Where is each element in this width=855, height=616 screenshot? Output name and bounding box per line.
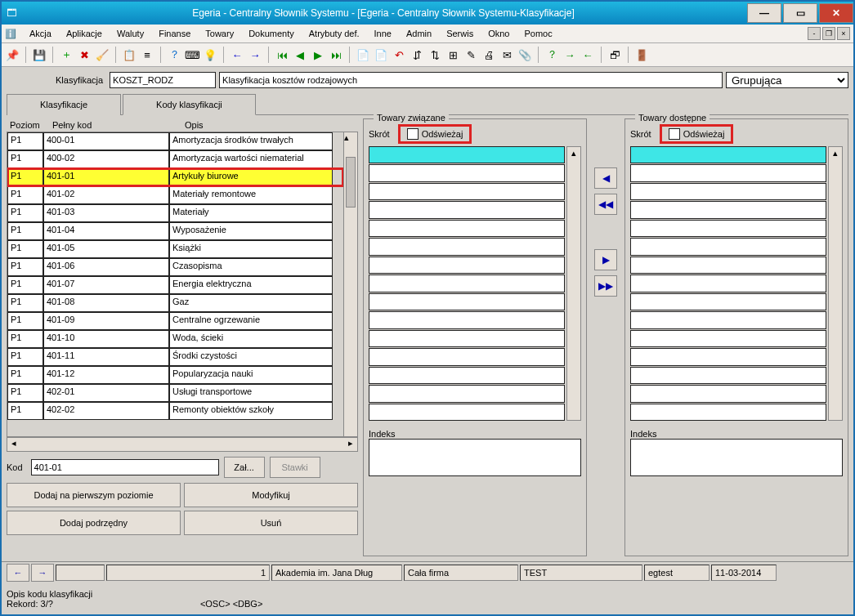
query-icon[interactable]: ？ xyxy=(544,47,559,62)
doc-icon[interactable]: 📄 xyxy=(356,47,370,62)
list-item[interactable] xyxy=(369,164,565,181)
updown-icon[interactable]: ⇵ xyxy=(410,47,424,62)
scroll-left-icon[interactable]: ◂ xyxy=(7,438,20,451)
list-item[interactable] xyxy=(369,348,565,365)
tree-icon[interactable]: ⊞ xyxy=(445,47,460,62)
zal-button[interactable]: Zał... xyxy=(224,457,265,478)
copy-icon[interactable]: 📋 xyxy=(122,47,137,62)
klasyfikacja-desc-field[interactable]: Klasyfikacja kosztów rodzajowych xyxy=(219,72,723,88)
kod-field[interactable]: 401-01 xyxy=(31,459,219,475)
list-item[interactable] xyxy=(369,311,565,328)
table-row[interactable]: P1402-01Usługi transportowe xyxy=(7,384,343,402)
scroll-right-icon[interactable]: ▸ xyxy=(344,438,357,451)
list-item[interactable] xyxy=(630,293,826,310)
keys-icon[interactable]: ⌨ xyxy=(185,47,199,62)
table-row[interactable]: P1400-02Amortyzacja wartości niematerial xyxy=(7,150,343,168)
list-item[interactable] xyxy=(630,220,826,237)
table-row[interactable]: P1401-09Centralne ogrzewanie xyxy=(7,312,343,330)
list-item[interactable] xyxy=(630,348,826,365)
last-icon[interactable]: ⏭ xyxy=(329,47,343,62)
attach-icon[interactable]: 📎 xyxy=(517,47,532,62)
save-icon[interactable]: 💾 xyxy=(32,47,47,62)
help-icon[interactable]: ？ xyxy=(167,47,181,62)
list-item[interactable] xyxy=(630,404,826,421)
menu-aplikacje[interactable]: Aplikacje xyxy=(60,26,109,41)
menu-dokumenty[interactable]: Dokumenty xyxy=(242,26,301,41)
dodaj-pierwszy-button[interactable]: Dodaj na pierwszym poziomie xyxy=(7,483,181,507)
list-item[interactable] xyxy=(369,367,565,384)
list-item[interactable] xyxy=(630,311,826,328)
table-row[interactable]: P1401-10Woda, ścieki xyxy=(7,330,343,348)
mdi-minimize-button[interactable]: - xyxy=(808,27,821,40)
next-icon[interactable]: ▶ xyxy=(311,47,325,62)
list-item[interactable] xyxy=(369,330,565,347)
menu-atrybuty[interactable]: Atrybuty def. xyxy=(302,26,366,41)
table-row[interactable]: P1401-03Materiały xyxy=(7,204,343,222)
menu-towary[interactable]: Towary xyxy=(199,26,240,41)
move-all-right-button[interactable]: ▶▶ xyxy=(594,275,617,297)
move-right-button[interactable]: ▶ xyxy=(594,249,617,270)
move-left-button[interactable]: ◀ xyxy=(594,167,617,189)
indeks-field-right[interactable] xyxy=(630,439,843,476)
scroll-thumb[interactable] xyxy=(346,157,356,208)
list-item[interactable] xyxy=(369,146,565,163)
list-item[interactable] xyxy=(369,293,565,310)
move-all-left-button[interactable]: ◀◀ xyxy=(594,194,617,215)
list-item[interactable] xyxy=(369,385,565,402)
usun-button[interactable]: Usuń xyxy=(184,511,358,535)
minimize-button[interactable]: — xyxy=(747,3,781,23)
tab-kody-klasyfikacji[interactable]: Kody klasyfikacji xyxy=(123,94,256,115)
table-row[interactable]: P1401-12Popularyzacja nauki xyxy=(7,366,343,384)
list-item[interactable] xyxy=(369,238,565,255)
sort-icon[interactable]: ⇅ xyxy=(428,47,442,62)
menu-finanse[interactable]: Finanse xyxy=(152,26,197,41)
exit-icon[interactable]: 🚪 xyxy=(634,47,649,62)
list-item[interactable] xyxy=(369,275,565,292)
nav-prev-button[interactable]: ← xyxy=(7,564,29,582)
mail-icon[interactable]: ✉ xyxy=(499,47,514,62)
scroll-up-icon[interactable]: ▴ xyxy=(567,147,580,160)
arrow-left-icon[interactable]: ← xyxy=(230,47,244,62)
list-item[interactable] xyxy=(630,330,826,347)
tab-klasyfikacje[interactable]: Klasyfikacje xyxy=(7,94,121,115)
list-zwiazane-scroll[interactable]: ▴ xyxy=(566,146,581,421)
grid-vscroll[interactable]: ▴ xyxy=(343,132,357,436)
list-item[interactable] xyxy=(630,385,826,402)
list-item[interactable] xyxy=(630,146,826,163)
menu-inne[interactable]: Inne xyxy=(368,26,398,41)
table-row[interactable]: P1401-05Książki xyxy=(7,240,343,258)
scroll-up-icon[interactable]: ▴ xyxy=(344,132,357,143)
close-button[interactable]: ✕ xyxy=(819,3,853,23)
table-row[interactable]: P1401-06Czasopisma xyxy=(7,258,343,276)
list-zwiazane[interactable] xyxy=(369,146,565,421)
mdi-close-button[interactable]: × xyxy=(837,27,850,40)
menu-serwis[interactable]: Serwis xyxy=(440,26,480,41)
tip-icon[interactable]: 💡 xyxy=(203,47,217,62)
mdi-restore-button[interactable]: ❐ xyxy=(822,27,835,40)
nav-next-button[interactable]: → xyxy=(31,564,54,582)
list-dostepne[interactable] xyxy=(630,146,826,421)
windows-icon[interactable]: 🗗 xyxy=(607,47,622,62)
maximize-button[interactable]: ▭ xyxy=(783,3,817,23)
grid-body[interactable]: P1400-01Amortyzacja środków trwałychP140… xyxy=(7,132,343,436)
table-row[interactable]: P1401-11Środki czystości xyxy=(7,348,343,366)
list-item[interactable] xyxy=(369,257,565,274)
menu-okno[interactable]: Okno xyxy=(481,26,516,41)
delete-icon[interactable]: ✖ xyxy=(77,47,92,62)
table-row[interactable]: P1402-02Remonty obiektów szkoły xyxy=(7,402,343,420)
indeks-field-left[interactable] xyxy=(369,439,581,476)
modyfikuj-button[interactable]: Modyfikuj xyxy=(184,483,358,507)
list-item[interactable] xyxy=(630,367,826,384)
scroll-up-icon[interactable]: ▴ xyxy=(829,147,842,160)
menu-akcja[interactable]: Akcja xyxy=(23,26,58,41)
list-item[interactable] xyxy=(630,257,826,274)
table-row[interactable]: P1401-08Gaz xyxy=(7,294,343,312)
list-item[interactable] xyxy=(630,201,826,218)
add-icon[interactable]: ＋ xyxy=(59,47,74,62)
table-row[interactable]: P1401-01Artykuły biurowe xyxy=(7,168,343,186)
wand-icon[interactable]: ✎ xyxy=(463,47,478,62)
klasyfikacja-type-combo[interactable]: Grupująca xyxy=(726,72,848,88)
table-row[interactable]: P1401-07Energia elektryczna xyxy=(7,276,343,294)
list-icon[interactable]: ≡ xyxy=(140,47,154,62)
list-item[interactable] xyxy=(630,183,826,200)
